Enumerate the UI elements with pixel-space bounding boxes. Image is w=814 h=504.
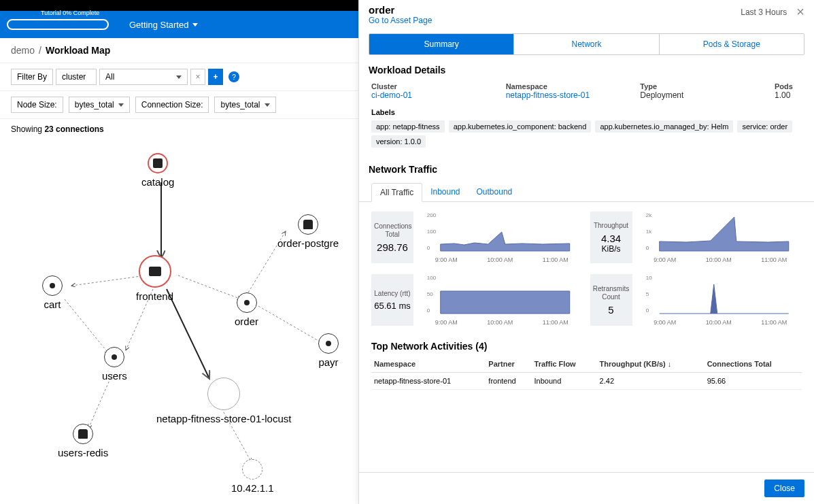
chevron-down-icon [176, 75, 182, 79]
panel-footer: Close [359, 472, 814, 504]
type-value: Deployment [640, 90, 747, 100]
chevron-down-icon [118, 103, 124, 107]
tab-pods-storage[interactable]: Pods & Storage [660, 34, 804, 54]
svg-text:0: 0 [645, 307, 649, 314]
node-payment[interactable]: payr [318, 333, 339, 368]
metrics-row-1: Connections Total 298.76 200 100 0 9:00 … [359, 209, 814, 271]
node-ip[interactable]: 10.42.1.1 [231, 459, 274, 494]
tab-network[interactable]: Network [514, 34, 659, 54]
svg-text:2k: 2k [645, 212, 651, 218]
tutorial-progress: Tutorial 0% Complete [41, 10, 99, 16]
connections-chart[interactable]: 200 100 0 9:00 AM10:00 AM11:00 AM [420, 212, 583, 263]
metrics-row-2: Latency (rtt) 65.61 ms 100 50 0 9:00 AM1… [359, 271, 814, 334]
subtab-all-traffic[interactable]: All Traffic [371, 183, 422, 202]
getting-started-dropdown[interactable]: Getting Started [129, 20, 198, 30]
metric-throughput: Throughput 4.34 KiB/s [590, 212, 632, 263]
col-partner[interactable]: Partner [486, 356, 531, 373]
svg-text:0: 0 [427, 307, 430, 314]
panel-title: order [369, 4, 432, 16]
svg-text:0: 0 [427, 245, 430, 251]
svg-line-1 [71, 275, 146, 286]
node-cart[interactable]: cart [42, 275, 63, 310]
node-locust[interactable]: netapp-fitness-store-01-locust [156, 377, 291, 424]
breadcrumb-separator: / [39, 45, 41, 56]
node-frontend[interactable]: frontend [136, 255, 173, 302]
close-icon[interactable]: × [796, 4, 804, 20]
tutorial-progress-bar[interactable] [7, 19, 109, 30]
label-chip[interactable]: service: order [737, 120, 792, 133]
svg-line-3 [65, 299, 109, 354]
service-icon [112, 354, 117, 360]
throughput-chart[interactable]: 2k 1k 0 9:00 AM10:00 AM11:00 AM [639, 212, 802, 263]
svg-text:5: 5 [645, 291, 649, 297]
svg-text:50: 50 [427, 291, 433, 297]
asset-page-link[interactable]: Go to Asset Page [369, 16, 432, 25]
conn-size-select[interactable]: bytes_total [214, 97, 275, 113]
database-icon [303, 220, 313, 229]
chevron-down-icon [265, 103, 270, 107]
filter-by-label: Filter By [11, 69, 53, 85]
close-button[interactable]: Close [764, 480, 804, 497]
gear-icon [153, 158, 163, 168]
subtab-inbound[interactable]: Inbound [422, 183, 468, 201]
latency-chart[interactable]: 100 50 0 9:00 AM10:00 AM11:00 AM [420, 274, 583, 326]
col-traffic-flow[interactable]: Traffic Flow [532, 356, 597, 373]
node-size-label: Node Size: [11, 97, 63, 113]
filter-value-select[interactable]: All [99, 69, 188, 85]
retransmits-chart[interactable]: 10 5 0 9:00 AM10:00 AM11:00 AM [639, 274, 802, 326]
node-catalog[interactable]: catalog [141, 153, 174, 188]
col-connections[interactable]: Connections Total [705, 356, 802, 373]
breadcrumb-root[interactable]: demo [11, 45, 35, 56]
panel-tabs: Summary Network Pods & Storage [369, 33, 804, 55]
workload-details: Cluster ci-demo-01 Namespace netapp-fitn… [359, 80, 814, 105]
col-throughput[interactable]: Throughput (KB/s) ↓ [597, 356, 705, 373]
metric-connections: Connections Total 298.76 [371, 212, 413, 263]
node-size-select[interactable]: bytes_total [69, 97, 130, 113]
clear-filter-button[interactable]: × [190, 69, 205, 85]
cluster-label: Cluster [371, 82, 479, 90]
timerange-label[interactable]: Last 3 Hours [741, 7, 787, 17]
help-icon[interactable]: ? [228, 71, 239, 82]
namespace-value[interactable]: netapp-fitness-store-01 [506, 90, 613, 100]
node-users-redis[interactable]: users-redis [58, 424, 108, 458]
label-chip[interactable]: app: netapp-fitness [371, 120, 445, 133]
cluster-value[interactable]: ci-demo-01 [371, 90, 479, 100]
getting-started-label: Getting Started [129, 20, 188, 30]
service-icon [326, 341, 331, 346]
pods-value: 1.00 [775, 90, 802, 100]
service-icon [50, 283, 55, 288]
top-network-activities-table: Namespace Partner Traffic Flow Throughpu… [371, 356, 802, 390]
svg-line-7 [258, 306, 323, 343]
details-panel: order Go to Asset Page Last 3 Hours × Su… [358, 0, 814, 504]
add-filter-button[interactable]: + [208, 69, 223, 85]
svg-text:0: 0 [645, 245, 649, 251]
svg-text:10: 10 [645, 275, 651, 281]
subtab-outbound[interactable]: Outbound [469, 183, 521, 201]
labels-section: Labels app: netapp-fitness app.kubernete… [359, 105, 814, 160]
namespace-label: Namespace [506, 82, 613, 90]
pods-label: Pods [775, 82, 802, 90]
chevron-down-icon [192, 23, 198, 27]
svg-text:1k: 1k [645, 229, 651, 235]
svg-text:200: 200 [427, 212, 437, 218]
node-order-postgres[interactable]: order-postgre [277, 214, 339, 249]
metric-latency: Latency (rtt) 65.61 ms [371, 274, 413, 326]
network-traffic-title: Network Traffic [359, 160, 814, 179]
table-row[interactable]: netapp-fitness-store-01 frontend Inbound… [371, 373, 802, 390]
label-chip[interactable]: app.kubernetes.io_managed_by: Helm [595, 120, 733, 133]
tab-summary[interactable]: Summary [369, 34, 514, 54]
filter-field-select[interactable]: cluster [56, 69, 97, 85]
svg-line-8 [88, 374, 112, 429]
svg-text:100: 100 [427, 275, 437, 281]
svg-text:100: 100 [427, 229, 437, 235]
top-network-activities-title: Top Network Activities (4) [359, 334, 814, 356]
label-chip[interactable]: app.kubernetes.io_component: backend [449, 120, 592, 133]
metric-retransmits: Retransmits Count 5 [590, 274, 632, 326]
col-namespace[interactable]: Namespace [371, 356, 486, 373]
label-chip[interactable]: version: 1.0.0 [371, 135, 426, 148]
node-order[interactable]: order [235, 292, 258, 327]
node-users[interactable]: users [102, 347, 127, 382]
svg-line-5 [167, 289, 209, 379]
monitor-icon [149, 267, 161, 276]
workload-details-title: Workload Details [359, 61, 814, 80]
